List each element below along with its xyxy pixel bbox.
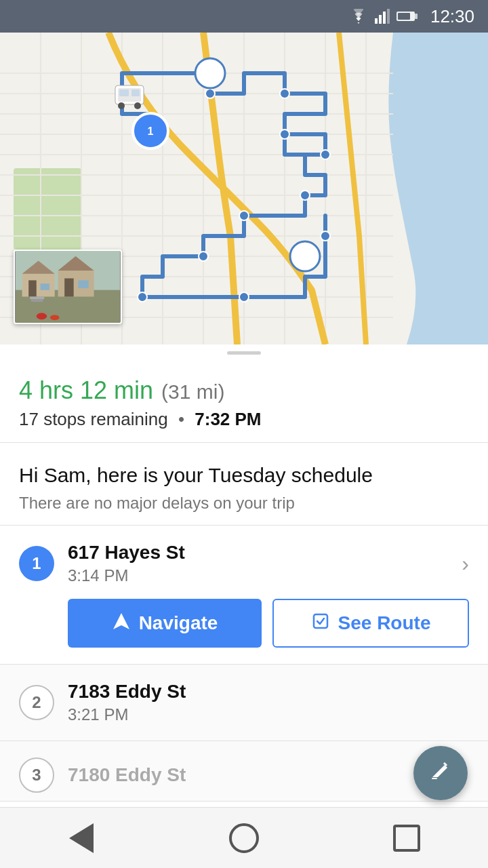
svg-point-35 bbox=[280, 130, 289, 139]
wifi-icon bbox=[349, 9, 368, 24]
svg-point-41 bbox=[239, 292, 249, 302]
schedule-title: Hi Sam, here is your Tuesday schedule bbox=[19, 462, 469, 488]
svg-point-67 bbox=[37, 313, 47, 320]
svg-text:2: 2 bbox=[302, 251, 308, 262]
trip-distance: (31 mi) bbox=[161, 380, 224, 403]
svg-point-38 bbox=[239, 211, 249, 220]
svg-point-42 bbox=[321, 231, 330, 241]
stop-chevron-1[interactable]: › bbox=[462, 551, 469, 576]
time-summary: 4 hrs 12 min (31 mi) 17 stops remaining … bbox=[0, 355, 488, 443]
time-sub: 17 stops remaining • 7:32 PM bbox=[19, 409, 469, 430]
svg-rect-5 bbox=[415, 14, 418, 19]
stop-number-1: 1 bbox=[19, 546, 54, 581]
time-main: 4 hrs 12 min (31 mi) bbox=[19, 376, 469, 405]
svg-rect-70 bbox=[314, 614, 327, 628]
edit-fab[interactable] bbox=[413, 746, 468, 800]
navigation-bar bbox=[0, 807, 488, 868]
status-time: 12:30 bbox=[430, 6, 474, 27]
svg-rect-8 bbox=[14, 168, 81, 250]
stops-remaining: 17 stops remaining bbox=[19, 409, 168, 429]
stop-item-1[interactable]: 1 617 Hayes St 3:14 PM › Navigate bbox=[0, 526, 488, 665]
stop-row-2: 2 7183 Eddy St 3:21 PM bbox=[19, 681, 469, 724]
stop-item-2[interactable]: 2 7183 Eddy St 3:21 PM bbox=[0, 665, 488, 741]
schedule-subtitle: There are no major delays on your trip bbox=[19, 494, 469, 513]
route-icon bbox=[311, 612, 330, 635]
stop-time-2: 3:21 PM bbox=[68, 705, 469, 724]
home-icon bbox=[229, 823, 259, 853]
arrival-time: 7:32 PM bbox=[195, 409, 261, 429]
navigate-label: Navigate bbox=[139, 612, 218, 634]
stop-address-3: 7180 Eddy St bbox=[68, 764, 469, 786]
trip-duration: 4 hrs 12 min bbox=[19, 376, 153, 405]
svg-rect-65 bbox=[64, 278, 73, 296]
svg-point-33 bbox=[205, 89, 215, 98]
svg-point-36 bbox=[321, 150, 330, 159]
svg-point-68 bbox=[50, 315, 59, 320]
stop-info-2: 7183 Eddy St 3:21 PM bbox=[68, 681, 469, 724]
svg-point-37 bbox=[300, 191, 310, 200]
status-bar: 12:30 bbox=[0, 0, 488, 33]
svg-rect-62 bbox=[31, 299, 43, 302]
stop-number-3: 3 bbox=[19, 757, 54, 793]
svg-point-34 bbox=[280, 89, 289, 98]
svg-rect-0 bbox=[375, 18, 378, 24]
stop-time-1: 3:14 PM bbox=[68, 566, 448, 585]
stop-info-1: 617 Hayes St 3:14 PM bbox=[68, 542, 448, 585]
svg-rect-6 bbox=[398, 13, 410, 20]
svg-rect-1 bbox=[379, 15, 382, 24]
signal-icon bbox=[375, 9, 390, 24]
recents-icon bbox=[393, 825, 420, 852]
svg-text:1: 1 bbox=[148, 125, 154, 137]
navigate-button[interactable]: Navigate bbox=[68, 599, 262, 648]
svg-rect-66 bbox=[78, 280, 88, 288]
svg-marker-69 bbox=[113, 613, 129, 629]
stop-address-2: 7183 Eddy St bbox=[68, 681, 469, 703]
stop-actions-1: Navigate See Route bbox=[68, 599, 469, 648]
svg-rect-60 bbox=[41, 283, 49, 290]
svg-rect-3 bbox=[387, 9, 390, 24]
see-route-button[interactable]: See Route bbox=[272, 599, 469, 648]
see-route-label: See Route bbox=[338, 612, 431, 634]
svg-point-53 bbox=[118, 102, 125, 109]
street-photo[interactable] bbox=[14, 250, 122, 324]
back-icon bbox=[69, 823, 94, 853]
stop-row-3: 3 7180 Eddy St bbox=[19, 757, 469, 793]
svg-text:2: 2 bbox=[207, 68, 214, 79]
navigate-icon bbox=[112, 612, 131, 635]
svg-rect-61 bbox=[30, 296, 44, 299]
back-button[interactable] bbox=[61, 818, 102, 859]
svg-point-40 bbox=[138, 292, 147, 302]
bottom-sheet: 4 hrs 12 min (31 mi) 17 stops remaining … bbox=[0, 344, 488, 863]
schedule-header: Hi Sam, here is your Tuesday schedule Th… bbox=[0, 443, 488, 526]
map-container[interactable]: 2 2 1 bbox=[0, 33, 488, 344]
stop-info-3: 7180 Eddy St bbox=[68, 764, 469, 786]
stop-number-2: 2 bbox=[19, 685, 54, 720]
stop-row-1: 1 617 Hayes St 3:14 PM › bbox=[19, 542, 469, 585]
svg-point-39 bbox=[199, 252, 208, 261]
battery-icon bbox=[396, 10, 418, 22]
svg-rect-59 bbox=[28, 280, 37, 296]
svg-rect-71 bbox=[432, 778, 437, 779]
svg-rect-52 bbox=[131, 90, 140, 96]
bullet-separator: • bbox=[178, 409, 184, 429]
status-icons: 12:30 bbox=[349, 6, 474, 27]
recents-button[interactable] bbox=[386, 818, 427, 859]
svg-rect-2 bbox=[383, 12, 386, 24]
edit-icon bbox=[428, 758, 453, 788]
svg-rect-51 bbox=[119, 90, 129, 96]
svg-rect-57 bbox=[22, 274, 55, 297]
svg-point-54 bbox=[134, 102, 141, 109]
home-button[interactable] bbox=[224, 818, 264, 859]
stop-address-1: 617 Hayes St bbox=[68, 542, 448, 564]
